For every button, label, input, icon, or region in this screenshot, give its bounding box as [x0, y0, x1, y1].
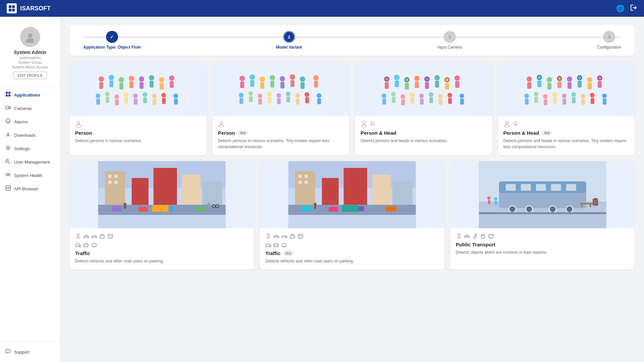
svg-rect-103: [435, 81, 439, 87]
card-traffic-tiny-desc: Detects vehicles and other road users on…: [265, 258, 439, 264]
svg-rect-74: [249, 96, 253, 102]
svg-point-122: [429, 92, 433, 97]
svg-point-90: [219, 125, 224, 127]
step-circle-4: 4: [603, 31, 615, 43]
svg-rect-276: [594, 198, 596, 199]
svg-point-201: [92, 236, 93, 238]
svg-rect-115: [392, 97, 395, 103]
svg-point-50: [173, 94, 178, 98]
card-public-transport[interactable]: Public Transport Detects objects which a…: [450, 161, 635, 269]
svg-point-217: [95, 246, 96, 247]
sidebar-item-api-browser[interactable]: API Browser: [0, 182, 60, 195]
svg-point-28: [149, 75, 154, 80]
svg-rect-25: [129, 81, 133, 88]
svg-rect-93: [385, 82, 389, 89]
svg-point-142: [567, 76, 572, 82]
card-traffic-title-row: Traffic: [75, 250, 249, 256]
svg-point-166: [581, 94, 585, 99]
svg-point-55: [239, 76, 245, 81]
svg-rect-99: [415, 81, 419, 88]
downloads-icon: [5, 132, 11, 138]
logo-icon: [7, 3, 17, 13]
svg-point-138: [547, 77, 552, 82]
svg-point-280: [458, 234, 460, 236]
sidebar-label-cameras: Cameras: [14, 106, 32, 111]
sidebar-label-support: Support: [14, 350, 30, 355]
svg-rect-84: [296, 99, 300, 105]
svg-rect-209: [75, 244, 79, 247]
svg-point-116: [400, 94, 405, 99]
sidebar-item-settings[interactable]: Settings: [0, 142, 60, 155]
svg-point-114: [391, 92, 396, 97]
card-person-head-tiny[interactable]: Person & Head tiny Detects persons and h…: [498, 62, 635, 155]
svg-point-32: [169, 75, 174, 81]
card-traffic[interactable]: Traffic Detects vehicles and other road …: [70, 161, 254, 269]
svg-rect-15: [6, 176, 10, 176]
svg-rect-123: [429, 97, 433, 103]
svg-rect-141: [557, 81, 561, 88]
svg-point-87: [317, 93, 321, 98]
system-health-icon: [5, 172, 11, 179]
card-person-tiny[interactable]: Person tiny Detects persons in various s…: [213, 62, 350, 155]
svg-point-253: [277, 246, 278, 247]
globe-icon[interactable]: 🌐: [616, 4, 625, 12]
card-traffic-icons: [75, 233, 249, 239]
support-icon: [5, 349, 11, 355]
svg-rect-226: [299, 175, 302, 178]
svg-rect-129: [460, 99, 464, 105]
svg-point-34: [96, 94, 100, 98]
svg-point-73: [248, 91, 253, 96]
svg-rect-263: [536, 184, 546, 191]
svg-rect-149: [598, 81, 602, 88]
sidebar-item-alarms[interactable]: Alarms: [0, 115, 60, 128]
card-traffic-tiny-image: [260, 161, 444, 228]
logout-icon[interactable]: [630, 4, 637, 13]
svg-rect-95: [395, 80, 399, 87]
svg-point-255: [283, 246, 284, 247]
svg-rect-58: [250, 80, 254, 87]
sidebar-label-system-health: System Health: [14, 173, 43, 178]
svg-point-18: [99, 76, 104, 82]
sidebar-item-applications[interactable]: Applications: [0, 88, 60, 102]
svg-point-112: [382, 94, 386, 98]
svg-point-120: [419, 94, 424, 98]
svg-point-237: [267, 234, 269, 236]
sidebar-item-downloads[interactable]: Downloads: [0, 128, 60, 142]
sidebar-label-api-browser: API Browser: [14, 186, 38, 191]
card-traffic-title: Traffic: [75, 250, 90, 256]
svg-rect-23: [119, 83, 123, 89]
card-person-body: Person Detects persons in various scenar…: [70, 116, 207, 149]
step-label-1: Application Type: Object Flow: [83, 45, 141, 50]
card-person[interactable]: Person Detects persons in various scenar…: [70, 62, 207, 155]
svg-rect-188: [139, 207, 148, 212]
sidebar-item-support[interactable]: Support: [0, 345, 60, 359]
svg-point-4: [28, 33, 33, 38]
sidebar-item-cameras[interactable]: Cameras: [0, 102, 60, 115]
svg-rect-233: [386, 206, 396, 211]
svg-rect-29: [150, 81, 154, 87]
card-traffic-body: Traffic Detects vehicles and other road …: [70, 228, 254, 269]
svg-rect-254: [282, 243, 286, 247]
svg-rect-190: [196, 206, 206, 211]
svg-rect-6: [6, 92, 8, 94]
card-person-head-tiny-body: Person & Head tiny Detects persons and h…: [498, 116, 635, 155]
card-person-head[interactable]: Person & Head Detects persons and heads …: [355, 62, 492, 155]
sidebar-item-system-health[interactable]: System Health: [0, 169, 60, 182]
card-person-head-title-row: Person & Head: [361, 130, 487, 136]
svg-point-208: [111, 238, 112, 239]
svg-rect-264: [551, 184, 561, 191]
svg-point-42: [133, 94, 138, 98]
svg-rect-278: [581, 204, 583, 207]
stepper-line: [83, 37, 621, 38]
card-traffic-tiny[interactable]: Traffic tiny Detects vehicles and other …: [260, 161, 444, 269]
sidebar-item-user-management[interactable]: User Management: [0, 155, 60, 169]
topbar: ISARSOFT 🌐: [0, 0, 644, 17]
svg-rect-206: [108, 234, 113, 238]
svg-rect-82: [286, 97, 290, 103]
svg-rect-127: [448, 98, 452, 104]
svg-rect-182: [202, 181, 222, 205]
edit-profile-button[interactable]: EDIT PROFILE: [13, 72, 47, 79]
svg-rect-68: [301, 82, 305, 89]
svg-rect-277: [579, 203, 593, 204]
svg-point-172: [505, 121, 508, 124]
